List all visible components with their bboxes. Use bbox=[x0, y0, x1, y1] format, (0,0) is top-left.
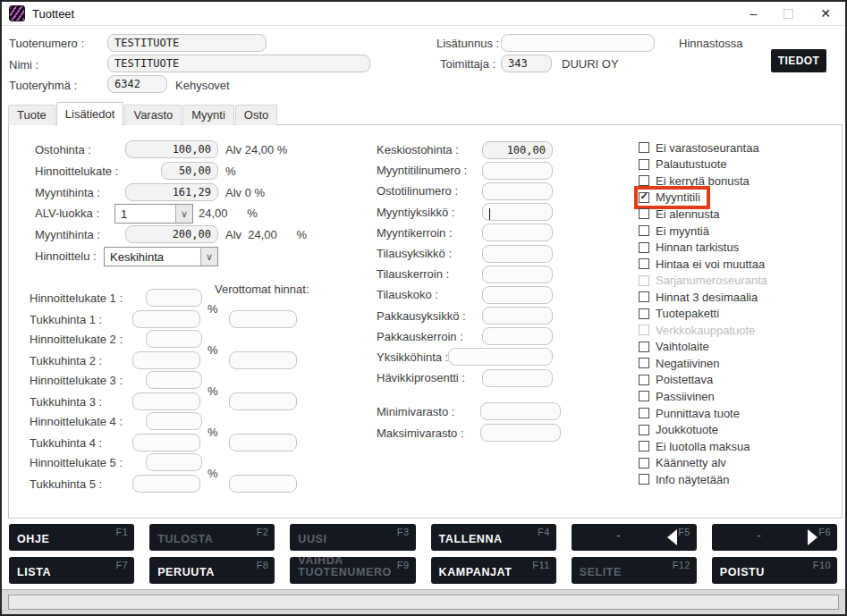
tukkuhinta-tier-input[interactable] bbox=[132, 351, 200, 369]
toimittaja-input[interactable]: 343 bbox=[501, 55, 552, 72]
checkbox[interactable]: ✓ bbox=[639, 142, 649, 153]
maximize-icon[interactable] bbox=[783, 9, 793, 19]
tukkuhinta-tier-input[interactable] bbox=[132, 392, 200, 410]
detail-input[interactable] bbox=[482, 182, 553, 200]
detail-input[interactable] bbox=[482, 327, 553, 345]
checkbox[interactable]: ✓ bbox=[639, 159, 649, 170]
tuotenumero-input[interactable]: TESTITUOTE bbox=[107, 34, 267, 52]
function-button[interactable]: F6 - bbox=[712, 524, 837, 551]
checkbox[interactable]: ✓ bbox=[639, 358, 649, 368]
hinnoittelukate-tier-input[interactable] bbox=[146, 371, 202, 389]
veroton-hinta-input[interactable] bbox=[229, 475, 297, 493]
function-button[interactable]: F4 TALLENNA bbox=[431, 524, 556, 551]
titlebar: Tuotteet – ✕ bbox=[2, 2, 845, 26]
detail-input[interactable] bbox=[482, 307, 553, 325]
checkbox-label: Passiivinen bbox=[656, 390, 715, 403]
detail-input[interactable]: 100,00 bbox=[482, 141, 553, 159]
flag-row: ✓ Ei alennusta bbox=[638, 206, 726, 223]
lisatunnus-input[interactable] bbox=[501, 34, 655, 52]
function-button[interactable]: F3 UUSI bbox=[290, 524, 415, 551]
tab[interactable]: Myynti bbox=[182, 105, 234, 125]
hinnoittelu-select[interactable]: Keskihinta ∨ bbox=[104, 247, 218, 266]
close-icon[interactable]: ✕ bbox=[820, 7, 831, 20]
ostohinta-input[interactable]: 100,00 bbox=[125, 140, 218, 158]
detail-input[interactable] bbox=[482, 203, 553, 221]
function-button[interactable]: F9 VAIHDA TUOTENUMERO bbox=[290, 557, 415, 584]
checkbox[interactable]: ✓ bbox=[639, 458, 649, 468]
function-button[interactable]: F11 KAMPANJAT bbox=[431, 557, 556, 584]
function-button[interactable]: F7 LISTA bbox=[9, 557, 134, 584]
hinnoittelukate-tier-label: Hinnoittelukate 5 : bbox=[30, 456, 123, 469]
function-button[interactable]: F12 SELITE bbox=[572, 557, 697, 584]
veroton-hinta-input[interactable] bbox=[229, 434, 297, 451]
chevron-down-icon[interactable]: ∨ bbox=[175, 205, 192, 223]
detail-input[interactable] bbox=[482, 245, 553, 263]
tukkuhinta-tier-label: Tukkuhinta 5 : bbox=[30, 477, 102, 491]
tab[interactable]: Osto bbox=[235, 105, 277, 125]
checkbox[interactable]: ✓ bbox=[639, 425, 649, 435]
detail-input[interactable] bbox=[482, 286, 553, 304]
nimi-input[interactable]: TESTITUOTE bbox=[107, 55, 370, 72]
checkbox[interactable]: ✓ bbox=[639, 225, 649, 236]
hinnoittelukate-tier-input[interactable] bbox=[146, 412, 202, 430]
function-button[interactable]: F5 - bbox=[572, 524, 697, 551]
detail-input[interactable] bbox=[482, 369, 553, 387]
detail-input[interactable] bbox=[482, 266, 553, 283]
tab[interactable]: Tuote bbox=[8, 105, 55, 125]
checkbox-label: Hintaa ei voi muuttaa bbox=[656, 257, 765, 271]
button-label: OHJE bbox=[17, 534, 49, 546]
veroton-hinta-input[interactable] bbox=[229, 351, 297, 369]
chevron-down-icon[interactable]: ∨ bbox=[200, 248, 217, 266]
detail-input[interactable] bbox=[448, 348, 553, 366]
detail-label: Hävikkiprosentti : bbox=[377, 371, 465, 384]
tukkuhinta-tier-input[interactable] bbox=[132, 475, 200, 493]
tab[interactable]: Varasto bbox=[124, 105, 182, 125]
tukkuhinta-tier-input[interactable] bbox=[132, 434, 200, 451]
minimize-icon[interactable]: – bbox=[750, 7, 757, 20]
function-button[interactable]: F1 OHJE bbox=[9, 524, 134, 551]
stock-column: Minimivarasto : Maksimivarasto : bbox=[377, 401, 561, 443]
tukkuhinta-tier-input[interactable] bbox=[132, 310, 200, 328]
hinnoittelukate-tier-input[interactable] bbox=[146, 453, 202, 471]
flag-row: ✓ Ei myyntiä bbox=[638, 223, 716, 240]
button-label: KAMPANJAT bbox=[439, 567, 512, 579]
checkbox[interactable]: ✓ bbox=[639, 242, 649, 253]
checkbox[interactable]: ✓ bbox=[639, 342, 649, 352]
checkbox[interactable]: ✓ bbox=[639, 308, 649, 319]
checkbox[interactable]: ✓ bbox=[639, 208, 649, 219]
checkbox[interactable]: ✓ bbox=[639, 192, 649, 203]
checkbox[interactable]: ✓ bbox=[639, 391, 649, 401]
hinnoittelukate-tier-input[interactable] bbox=[146, 289, 202, 307]
veroton-hinta-input[interactable] bbox=[229, 392, 297, 410]
checkbox[interactable]: ✓ bbox=[639, 275, 649, 286]
checkbox[interactable]: ✓ bbox=[639, 258, 649, 269]
flag-row: ✓ Joukkotuote bbox=[638, 421, 724, 438]
function-button[interactable]: F2 TULOSTA bbox=[149, 524, 275, 551]
alv-luokka-select[interactable]: 1 ∨ bbox=[114, 204, 193, 224]
tuoteryhma-input[interactable]: 6342 bbox=[107, 75, 167, 93]
hinnoittelukate-input[interactable]: 50,00 bbox=[161, 162, 218, 180]
detail-input[interactable] bbox=[482, 162, 553, 180]
myyntihinta0-input[interactable]: 161,29 bbox=[125, 183, 218, 201]
checkbox[interactable]: ✓ bbox=[639, 441, 649, 451]
checkbox-label: Hinnan tarkistus bbox=[656, 240, 739, 254]
checkbox[interactable]: ✓ bbox=[639, 325, 649, 335]
flag-row: ✓ Ei luotolla maksua bbox=[638, 438, 757, 455]
checkbox[interactable]: ✓ bbox=[639, 291, 649, 302]
function-button[interactable]: F8 PERUUTA bbox=[149, 557, 275, 584]
tuoteryhma-label: Tuoteryhmä : bbox=[9, 79, 77, 92]
myyntihinta-alv-input[interactable]: 200,00 bbox=[125, 225, 218, 243]
checkbox[interactable]: ✓ bbox=[639, 375, 649, 385]
stock-input[interactable] bbox=[480, 402, 561, 420]
checkbox[interactable]: ✓ bbox=[639, 408, 649, 418]
checkbox[interactable]: ✓ bbox=[639, 175, 649, 186]
function-button[interactable]: F10 POISTU bbox=[712, 557, 837, 584]
hinnoittelukate-tier-input[interactable] bbox=[146, 330, 202, 348]
checkbox[interactable]: ✓ bbox=[639, 474, 649, 485]
veroton-hinta-input[interactable] bbox=[229, 310, 297, 328]
tab[interactable]: Lisätiedot bbox=[56, 102, 124, 126]
detail-input[interactable] bbox=[482, 224, 553, 241]
tiedot-button[interactable]: TIEDOT bbox=[771, 49, 826, 72]
ostohinta-label: Ostohinta : bbox=[35, 143, 91, 156]
stock-input[interactable] bbox=[480, 424, 561, 442]
